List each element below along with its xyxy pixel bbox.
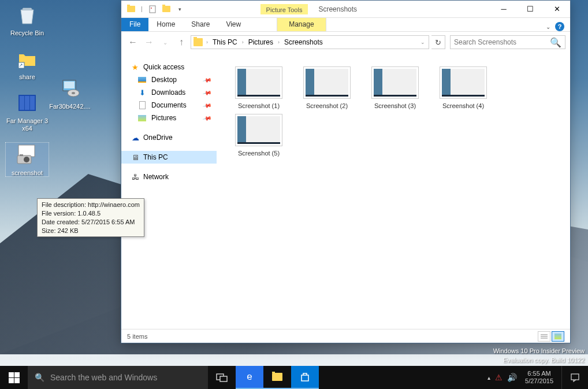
title-bar[interactable]: | ▾ Picture Tools Screenshots ─ ☐ ✕ [121,1,570,18]
qat-dropdown-icon[interactable]: ▾ [175,4,185,14]
minimize-button[interactable]: ─ [490,1,517,18]
details-view-button[interactable] [538,331,550,342]
new-folder-qat-icon[interactable] [161,4,172,14]
breadcrumb-pictures[interactable]: Pictures [247,38,274,46]
up-button[interactable]: ↑ [174,35,188,49]
tray-overflow-icon[interactable]: ▴ [487,375,490,381]
clock-date: 5/27/2015 [525,377,553,385]
file-item[interactable]: Screenshot (3) [361,64,429,112]
window-controls: ─ ☐ ✕ [490,1,570,18]
task-view-button[interactable] [208,366,236,389]
home-tab[interactable]: Home [148,18,183,31]
icon-label: Far30b4242.... [49,103,91,110]
nav-label: Pictures [151,114,176,122]
expand-ribbon-icon[interactable]: ⌄ [546,24,550,30]
desktop-icons-column-1: Recycle Bin share Far Manager 3 x64 scre… [6,3,49,187]
recent-locations-dropdown[interactable]: ⌄ [158,35,172,49]
nav-downloads[interactable]: ⬇Downloads📌 [121,86,217,99]
svg-rect-13 [150,6,155,13]
breadcrumb-separator: › [205,39,209,45]
action-center-button[interactable] [561,366,588,389]
quick-access-header[interactable]: ★Quick access [121,61,217,73]
forward-button[interactable]: → [142,35,156,49]
svg-rect-0 [18,62,24,68]
folder-shortcut-icon [15,47,39,71]
file-thumbnail [235,66,282,99]
file-tab[interactable]: File [121,18,148,31]
file-thumbnail [440,66,487,99]
file-item[interactable]: Screenshot (4) [429,64,497,112]
search-icon[interactable]: 🔍 [550,37,561,48]
qat-separator: | [140,6,144,12]
share-folder-icon[interactable]: share [6,47,49,80]
icon-label: screenshot [6,169,49,176]
pin-icon: 📌 [203,101,212,110]
view-tab[interactable]: View [218,18,249,31]
nav-documents[interactable]: Documents📌 [121,99,217,112]
refresh-button[interactable]: ↻ [431,35,445,49]
file-item[interactable]: Screenshot (5) [225,112,293,159]
tooltip-date: Date created: 5/27/2015 6:55 AM [42,218,140,227]
nav-label: Documents [151,101,187,109]
network-tray-icon[interactable]: ⚠ [495,373,503,382]
app-icon [15,91,39,115]
back-button[interactable]: ← [126,35,140,49]
file-item[interactable]: Screenshot (1) [225,64,293,112]
nav-label: OneDrive [143,134,173,142]
taskbar-store[interactable] [291,366,319,389]
share-tab[interactable]: Share [183,18,218,31]
watermark-line2: Evaluation copy. Build 10122 [493,356,585,365]
thumbnails-view-button[interactable] [552,331,564,342]
desktop-watermark: Windows 10 Pro Insider Preview Evaluatio… [493,347,585,365]
nav-this-pc[interactable]: 🖥This PC [121,151,217,164]
watermark-line1: Windows 10 Pro Insider Preview [493,347,585,355]
taskbar-search[interactable]: 🔍 Search the web and Windows [28,366,208,389]
svg-rect-2 [20,96,24,110]
camera-app-icon [15,143,39,167]
help-button[interactable]: ? [555,22,564,31]
nav-desktop[interactable]: Desktop📌 [121,73,217,86]
desktop-icon [137,75,147,84]
nav-onedrive[interactable]: ☁OneDrive [121,131,217,144]
breadcrumb-screenshots[interactable]: Screenshots [283,38,324,46]
folder-qat-icon[interactable] [126,4,136,14]
svg-rect-4 [30,96,35,110]
volume-tray-icon[interactable]: 🔊 [507,373,517,382]
nav-network[interactable]: 🖧Network [121,171,217,183]
taskbar-edge[interactable]: e [236,366,263,389]
file-label: Screenshot (3) [363,102,427,109]
address-bar[interactable]: › This PC › Pictures › Screenshots ⌄ [191,35,429,49]
manage-tab[interactable]: Manage [277,18,326,31]
status-bar: 5 items [121,329,570,343]
file-thumbnail [303,66,351,99]
context-tab[interactable]: Picture Tools [260,4,308,14]
search-box[interactable]: 🔍 [450,35,565,49]
far-manager-icon[interactable]: Far Manager 3 x64 [6,91,49,132]
file-label: Screenshot (4) [431,102,495,109]
windows-logo-icon [9,372,20,383]
star-icon: ★ [131,62,140,72]
taskbar-clock[interactable]: 6:55 AM 5/27/2015 [522,370,557,385]
system-tray: ▴ ⚠ 🔊 6:55 AM 5/27/2015 [487,370,561,385]
maximize-button[interactable]: ☐ [517,1,544,18]
taskbar-explorer[interactable] [263,366,291,389]
far-installer-icon[interactable]: Far30b4242.... [49,76,91,110]
file-list-pane[interactable]: Screenshot (1) Screenshot (2) Screenshot… [217,53,570,329]
search-input[interactable] [454,38,550,46]
address-dropdown-icon[interactable]: ⌄ [419,39,426,45]
file-item[interactable]: Screenshot (2) [293,64,361,112]
start-button[interactable] [0,366,28,389]
nav-label: Desktop [151,76,177,84]
properties-qat-icon[interactable] [147,4,158,14]
file-tooltip: File description: http://winaero.com Fil… [37,198,144,237]
location-folder-icon [193,38,203,46]
onedrive-icon: ☁ [131,133,140,142]
nav-pictures[interactable]: Pictures📌 [121,112,217,124]
svg-rect-8 [20,154,23,156]
breadcrumb-thispc[interactable]: This PC [211,38,239,46]
svg-point-12 [72,92,75,94]
recycle-bin-icon[interactable]: Recycle Bin [6,3,49,36]
close-button[interactable]: ✕ [544,1,570,18]
svg-rect-10 [64,81,75,88]
screenshot-exe-icon[interactable]: screenshot [6,143,49,176]
